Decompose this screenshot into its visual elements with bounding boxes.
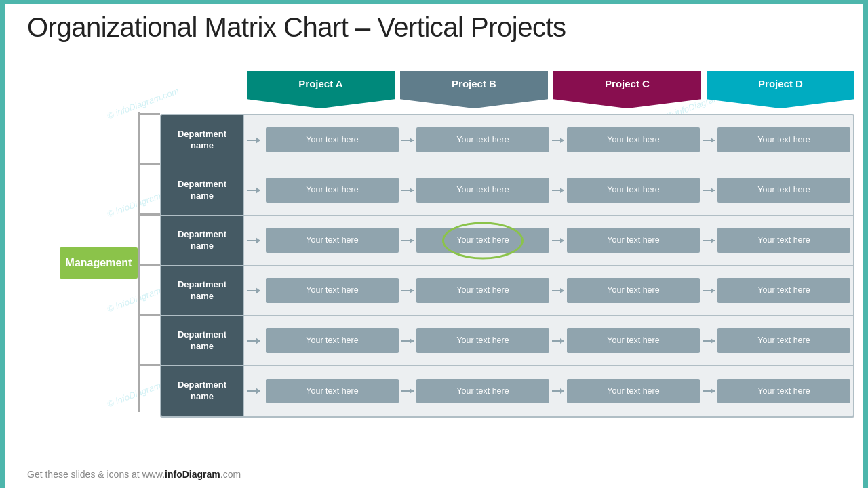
bracket-vertical-line bbox=[138, 112, 140, 412]
data-cell-wrap: Your text here bbox=[715, 278, 853, 302]
data-cell: Your text here bbox=[567, 178, 700, 202]
dept-cell: Department name bbox=[161, 115, 244, 165]
data-cell-wrap: Your text here bbox=[715, 379, 853, 403]
management-label: Management bbox=[60, 247, 138, 279]
data-cell: Your text here bbox=[266, 228, 399, 252]
matrix-row: Department name Your text here Your text… bbox=[161, 115, 853, 165]
data-cell: Your text here bbox=[717, 127, 850, 152]
data-cell: Your text here bbox=[266, 379, 399, 403]
data-cell: Your text here bbox=[266, 127, 399, 152]
data-cell-wrap: Your text here bbox=[564, 127, 703, 152]
matrix-rows-container: Department name Your text here Your text… bbox=[160, 114, 854, 418]
data-cell-wrap: Your text here bbox=[263, 178, 401, 202]
bracket-h-line-4 bbox=[140, 264, 160, 266]
footer: Get these slides & icons at www.infoDiag… bbox=[27, 469, 241, 480]
dept-cell: Department name bbox=[161, 165, 244, 215]
data-cell-wrap: Your text here bbox=[414, 127, 552, 152]
data-cell-wrap: Your text here bbox=[564, 379, 703, 403]
bracket-h-line-5 bbox=[140, 314, 160, 316]
data-cell: Your text here bbox=[567, 228, 700, 252]
data-cell: Your text here bbox=[416, 127, 549, 152]
data-cell: Your text here bbox=[717, 228, 850, 252]
data-cells: Your text here Your text here Your text … bbox=[263, 115, 853, 165]
dept-cell: Department name bbox=[161, 366, 244, 416]
matrix-container: Project A Project B Project C Project D … bbox=[160, 71, 854, 454]
chart-area: Management Project A Project B Project C… bbox=[60, 71, 854, 454]
matrix-row: Department name Your text here Your text… bbox=[161, 316, 853, 366]
data-cell-wrap: Your text here bbox=[263, 278, 401, 302]
data-cell-wrap: Your text here bbox=[263, 328, 401, 352]
data-cell-wrap: Your text here bbox=[715, 127, 853, 152]
project-headers-row: Project A Project B Project C Project D bbox=[247, 71, 854, 108]
data-cell-wrap: Your text here bbox=[564, 228, 703, 252]
dept-cell: Department name bbox=[161, 266, 244, 315]
data-cell: Your text here bbox=[567, 328, 700, 352]
data-cell-wrap: Your text here bbox=[715, 228, 853, 252]
matrix-row: Department name Your text here Your text… bbox=[161, 165, 853, 216]
data-cell-wrap: Your text here bbox=[263, 379, 401, 403]
data-cell: Your text here bbox=[567, 127, 700, 152]
data-cell: Your text here bbox=[266, 178, 399, 202]
arrow-connector bbox=[244, 366, 263, 416]
footer-text-after: .com bbox=[220, 469, 241, 480]
data-cells: Your text here Your text here Your text … bbox=[263, 266, 853, 315]
project-header-a: Project A bbox=[247, 71, 395, 108]
highlighted-data-cell-wrap: Your text here bbox=[414, 228, 552, 252]
dept-cell: Department name bbox=[161, 316, 244, 365]
data-cell-wrap: Your text here bbox=[414, 178, 552, 202]
project-header-b: Project B bbox=[400, 71, 548, 108]
bracket-h-line-6 bbox=[140, 364, 160, 366]
matrix-row: Department name Your text here Your text… bbox=[161, 366, 853, 416]
arrow-connector bbox=[244, 316, 263, 365]
matrix-row: Department name Your text here Your text… bbox=[161, 266, 853, 316]
data-cell: Your text here bbox=[717, 379, 850, 403]
footer-brand: infoDiagram bbox=[165, 469, 220, 480]
bottom-accent-bar bbox=[863, 0, 868, 488]
data-cell-wrap: Your text here bbox=[564, 178, 703, 202]
data-cell-wrap: Your text here bbox=[564, 328, 703, 352]
data-cells: Your text here Your text here Your text … bbox=[263, 216, 853, 265]
highlighted-data-cell: Your text here bbox=[416, 228, 549, 252]
bracket-h-line-3 bbox=[140, 214, 160, 216]
top-accent-bar bbox=[5, 0, 868, 4]
data-cell-wrap: Your text here bbox=[263, 228, 401, 252]
arrow-connector bbox=[244, 165, 263, 215]
data-cell: Your text here bbox=[416, 178, 549, 202]
page-title: Organizational Matrix Chart – Vertical P… bbox=[27, 12, 566, 43]
data-cells: Your text here Your text here Your text … bbox=[263, 316, 853, 365]
data-cell-wrap: Your text here bbox=[263, 127, 401, 152]
data-cell-wrap: Your text here bbox=[414, 379, 552, 403]
footer-text-before: Get these slides & icons at www. bbox=[27, 469, 165, 480]
data-cell-wrap: Your text here bbox=[715, 328, 853, 352]
data-cell: Your text here bbox=[717, 278, 850, 302]
data-cell: Your text here bbox=[266, 278, 399, 302]
matrix-row: Department name Your text here Your text… bbox=[161, 216, 853, 266]
data-cell: Your text here bbox=[416, 328, 549, 352]
data-cell: Your text here bbox=[416, 379, 549, 403]
bracket-h-line-2 bbox=[140, 163, 160, 165]
arrow-connector bbox=[244, 115, 263, 165]
data-cell-wrap: Your text here bbox=[564, 278, 703, 302]
data-cell: Your text here bbox=[266, 328, 399, 352]
data-cell: Your text here bbox=[567, 278, 700, 302]
left-accent-bar bbox=[0, 0, 5, 488]
data-cells: Your text here Your text here Your text … bbox=[263, 165, 853, 215]
data-cells: Your text here Your text here Your text … bbox=[263, 366, 853, 416]
data-cell-wrap: Your text here bbox=[414, 278, 552, 302]
data-cell: Your text here bbox=[567, 379, 700, 403]
data-cell: Your text here bbox=[717, 178, 850, 202]
data-cell-wrap: Your text here bbox=[414, 328, 552, 352]
data-cell: Your text here bbox=[717, 328, 850, 352]
arrow-connector bbox=[244, 266, 263, 315]
arrow-connector bbox=[244, 216, 263, 265]
dept-cell: Department name bbox=[161, 216, 244, 265]
project-header-d: Project D bbox=[707, 71, 854, 108]
data-cell-wrap: Your text here bbox=[715, 178, 853, 202]
bracket-h-line-1 bbox=[140, 113, 160, 115]
project-header-c: Project C bbox=[553, 71, 701, 108]
data-cell: Your text here bbox=[416, 278, 549, 302]
